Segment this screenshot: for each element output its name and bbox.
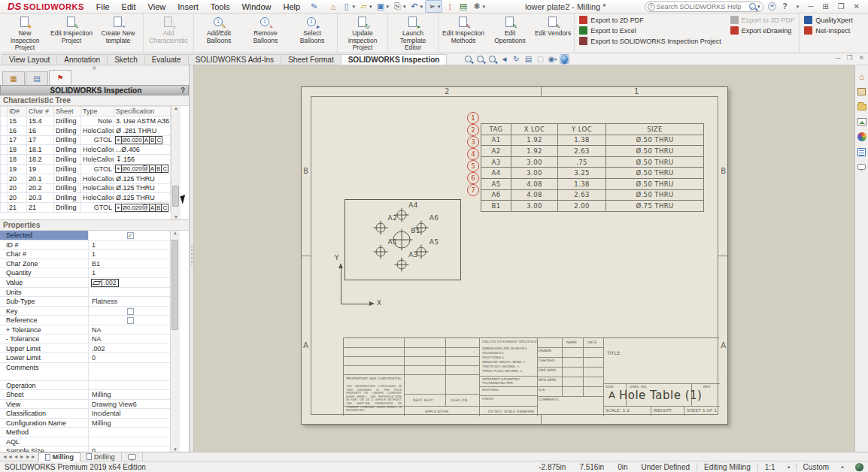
inspection-balloon[interactable]: 4: [467, 148, 479, 160]
dropdown-caret-icon[interactable]: ▾: [438, 4, 441, 10]
inspection-balloon[interactable]: 1: [467, 112, 479, 124]
hole-a2[interactable]: [376, 223, 386, 233]
doc-close-button[interactable]: ✕: [858, 54, 864, 62]
property-value[interactable]: B1: [89, 259, 170, 268]
menu-file[interactable]: File: [90, 2, 116, 11]
search-icon[interactable]: ⌕: [749, 3, 756, 10]
inspection-balloon[interactable]: 3: [467, 136, 479, 148]
maximize-button[interactable]: ⊞: [820, 2, 830, 11]
menu-edit[interactable]: Edit: [116, 2, 142, 11]
globe-icon[interactable]: [855, 463, 863, 471]
table-row[interactable]: 1616DrillingHoleCalloutØ .281 THRU: [1, 126, 171, 135]
rotate-view-icon[interactable]: ↻: [511, 54, 521, 64]
property-value[interactable]: .002: [89, 344, 170, 353]
property-value[interactable]: ✓: [89, 231, 170, 240]
dropdown-caret-icon[interactable]: ▾: [420, 4, 423, 10]
tab-view-layout[interactable]: View Layout: [2, 54, 57, 65]
sheet-add-tab[interactable]: [122, 452, 143, 461]
pin-menu-icon[interactable]: ✏: [308, 1, 320, 13]
launch-template-editor-button[interactable]: ▸Launch Template Editor: [390, 15, 436, 51]
menu-insert[interactable]: Insert: [171, 2, 205, 11]
sheet-tab-milling[interactable]: Milling: [38, 452, 81, 461]
hole-a4[interactable]: [396, 210, 406, 220]
solidworks-resources-icon[interactable]: ⌂: [857, 71, 867, 82]
units-setting[interactable]: Custom: [797, 463, 836, 471]
inspection-balloon[interactable]: 6: [467, 172, 479, 184]
inspection-balloon[interactable]: 5: [467, 160, 479, 172]
tab-annotation[interactable]: Annotation: [56, 54, 108, 65]
sheet-properties-icon[interactable]: ▤: [524, 54, 533, 64]
close-button[interactable]: ✕: [851, 2, 862, 11]
hole-a3[interactable]: [396, 259, 406, 269]
table-row[interactable]: 2020.3DrillingHoleCalloutØ.125 THRU: [1, 193, 171, 203]
user-account-icon[interactable]: [768, 2, 776, 11]
pages-icon[interactable]: ▢: [536, 54, 545, 64]
first-sheet-icon[interactable]: ◄◄: [2, 454, 13, 459]
doc-minimize-button[interactable]: ─: [836, 54, 840, 62]
dropdown-caret-icon[interactable]: ▾: [403, 4, 406, 10]
table-row[interactable]: 1717DrillingGTOL⌖Ø0.020ABC: [1, 135, 171, 145]
panel-help-button[interactable]: ?: [181, 86, 185, 95]
graphics-area[interactable]: 2 1 B B A A TAGX LOCY LOCSIZEA11.921.38Ø…: [194, 65, 854, 452]
render-sphere-icon[interactable]: [560, 54, 569, 64]
inspection-balloon[interactable]: 2: [467, 124, 479, 136]
dropdown-caret-icon[interactable]: ▾: [386, 4, 389, 10]
restore-button[interactable]: ❐: [836, 2, 847, 11]
print-icon[interactable]: ⎘▾: [391, 1, 408, 12]
properties-scrollbar[interactable]: ▲ ▼: [170, 231, 180, 452]
row-selector[interactable]: [1, 164, 8, 174]
dropdown-caret-icon[interactable]: ▾: [352, 4, 355, 10]
table-row[interactable]: 2020.1DrillingHoleCalloutØ.125 THRU: [1, 174, 171, 183]
checkbox-checked[interactable]: ✓: [127, 232, 134, 239]
tab-evaluate[interactable]: Evaluate: [144, 54, 189, 65]
column-header-id[interactable]: ID#: [8, 107, 27, 116]
characteristic-table[interactable]: ID#Char #SheetTypeSpecification1515.4Dri…: [0, 106, 171, 213]
rebuild-traffic-light-icon[interactable]: ⁞: [443, 1, 456, 12]
balloons-tab[interactable]: ⚑: [49, 70, 71, 85]
edit-vendors-button[interactable]: ✎Edit Vendors: [533, 15, 572, 51]
tab-solidworks-inspection[interactable]: SOLIDWORKS Inspection: [341, 54, 448, 65]
help-search-input[interactable]: ? Search SOLIDWORKS Help ⌕ ▾: [645, 2, 763, 12]
scroll-thumb[interactable]: [172, 186, 179, 207]
hole-a1[interactable]: [376, 247, 386, 256]
zoom-in-out-icon[interactable]: [487, 54, 497, 64]
dropdown-caret-icon[interactable]: ▾: [369, 4, 372, 10]
doc-restore-button[interactable]: ❐: [846, 54, 852, 62]
help-button[interactable]: ?: [781, 2, 790, 11]
menu-help[interactable]: Help: [278, 2, 307, 11]
property-value[interactable]: Drawing View6: [89, 400, 170, 409]
menu-window[interactable]: Window: [235, 2, 277, 11]
home-icon[interactable]: ⌂: [326, 1, 339, 12]
edit-operations-button[interactable]: ✎Edit Operations: [487, 15, 533, 51]
hole-table[interactable]: TAGX LOCY LOCSIZEA11.921.38Ø.50 THRUA21.…: [481, 123, 704, 212]
open-folder-icon[interactable]: ▱▾: [357, 1, 374, 12]
help-caret-icon[interactable]: ▾: [794, 4, 802, 10]
checkbox-unchecked[interactable]: [127, 308, 134, 315]
property-value[interactable]: 1: [89, 268, 170, 277]
row-selector[interactable]: [1, 155, 8, 165]
sheet-tab-drilling[interactable]: Drilling: [80, 452, 122, 461]
scale-caret-icon[interactable]: ▲: [782, 464, 796, 469]
search-caret-icon[interactable]: ▾: [757, 4, 760, 10]
property-value[interactable]: Milling: [89, 390, 170, 399]
create-new-template-button[interactable]: +Create New template: [95, 15, 141, 51]
select-balloons-button[interactable]: 1▸Select Balloons: [289, 15, 335, 51]
column-header-type[interactable]: Type: [81, 107, 114, 116]
property-value[interactable]: 1: [89, 241, 170, 250]
table-row[interactable]: 2020.2DrillingHoleCalloutØ.125 THRU: [1, 183, 171, 193]
custom-properties-icon[interactable]: [857, 147, 867, 157]
units-caret-icon[interactable]: ▲: [836, 464, 849, 469]
table-row[interactable]: 1919DrillingGTOL⌖Ø0.020ⓂABC: [1, 164, 171, 174]
menu-view[interactable]: View: [142, 2, 172, 11]
forum-icon[interactable]: [857, 162, 867, 172]
next-sheet-icon[interactable]: ►: [20, 454, 25, 459]
property-value[interactable]: [89, 381, 170, 390]
new-document-icon[interactable]: ▯▾: [340, 1, 357, 12]
property-value[interactable]: 1: [89, 250, 170, 259]
appearances-icon[interactable]: [857, 132, 867, 142]
options-gear-icon[interactable]: ✱▾: [470, 1, 487, 12]
property-value[interactable]: 0: [89, 353, 170, 362]
export-to-solidworks-inspection-project-button[interactable]: Export to SOLIDWORKS Inspection Project: [579, 37, 721, 45]
gdt-value-field[interactable]: .002: [92, 279, 119, 287]
property-value[interactable]: [89, 288, 170, 297]
